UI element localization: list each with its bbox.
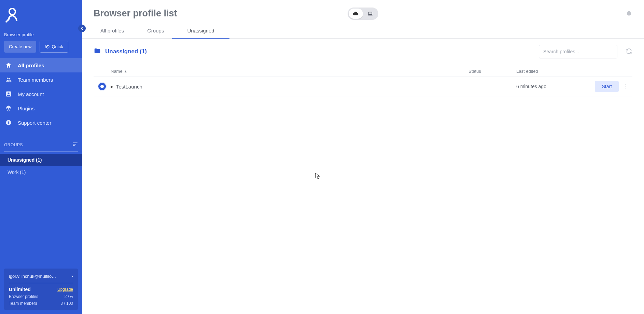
quick-button[interactable]: Quick <box>40 41 68 53</box>
table-header: Name ▲ Status Last edited <box>94 66 632 77</box>
sidebar-item-plugins[interactable]: Plugins <box>0 101 82 115</box>
plan-name: Unlimited <box>9 287 31 292</box>
profiles-table: Name ▲ Status Last edited ▶ TestLaunch <box>94 66 632 96</box>
sidebar-item-label: Plugins <box>18 106 34 111</box>
groups-sort-button[interactable] <box>72 141 78 148</box>
account-icon <box>5 90 12 98</box>
chevron-right-icon: › <box>71 273 73 279</box>
sidebar-section-label: Browser profile <box>0 30 82 41</box>
stat-members-label: Team members <box>9 301 37 306</box>
row-menu-button[interactable]: ⋮ <box>619 83 632 90</box>
sidebar: Browser profile Create new Quick All pro… <box>0 0 82 314</box>
tab-unassigned[interactable]: Unassigned <box>186 25 215 38</box>
sidebar-item-label: My account <box>18 91 44 97</box>
toggle-cloud[interactable] <box>349 9 363 19</box>
sort-asc-icon: ▲ <box>124 69 127 73</box>
sidebar-item-my-account[interactable]: My account <box>0 87 82 101</box>
sidebar-nav: All profiles Team members My account Plu… <box>0 58 82 130</box>
cloud-icon <box>353 11 359 17</box>
folder-heading[interactable]: Unassigned (1) <box>94 47 147 56</box>
column-name[interactable]: Name ▲ <box>111 69 468 74</box>
sidebar-item-label: Team members <box>18 77 53 83</box>
group-item-unassigned[interactable]: Unassigned (1) <box>0 154 82 166</box>
notifications-button[interactable] <box>626 10 632 17</box>
main-content: Browser profile list All profiles Groups… <box>82 0 644 314</box>
sidebar-item-label: Support center <box>18 120 51 126</box>
people-icon <box>5 76 12 83</box>
home-icon <box>5 62 12 69</box>
bell-icon <box>626 10 632 16</box>
refresh-button[interactable] <box>626 48 632 56</box>
column-last-edited[interactable]: Last edited <box>516 69 578 74</box>
column-name-label: Name <box>111 69 123 74</box>
quick-button-label: Quick <box>52 44 63 49</box>
app-logo <box>0 0 82 30</box>
page-title: Browser profile list <box>94 8 177 19</box>
account-email-row[interactable]: igor.vilinchuk@multilo… › <box>9 273 73 279</box>
create-new-button[interactable]: Create new <box>4 41 36 53</box>
profile-avatar[interactable] <box>94 83 111 90</box>
expand-caret-icon: ▶ <box>111 85 113 88</box>
sidebar-item-all-profiles[interactable]: All profiles <box>0 58 82 72</box>
quick-icon <box>45 44 50 49</box>
tab-all-profiles[interactable]: All profiles <box>99 25 125 38</box>
table-row: ▶ TestLaunch 6 minutes ago Start ⋮ <box>94 77 632 96</box>
svg-rect-9 <box>368 12 372 14</box>
svg-point-0 <box>9 9 15 15</box>
storage-toggle <box>348 8 378 20</box>
start-button[interactable]: Start <box>595 81 619 92</box>
stat-profiles-value: 2 / ∞ <box>65 294 73 299</box>
folder-label: Unassigned (1) <box>105 48 147 55</box>
groups-heading: GROUPS <box>4 142 23 147</box>
stat-profiles-label: Browser profiles <box>9 294 38 299</box>
groups-divider <box>4 151 78 152</box>
sidebar-item-team-members[interactable]: Team members <box>0 72 82 87</box>
group-item-work[interactable]: Work (1) <box>0 166 82 178</box>
info-icon <box>5 119 12 126</box>
sidebar-item-support-center[interactable]: Support center <box>0 115 82 130</box>
sidebar-collapse-button[interactable] <box>78 25 86 32</box>
kebab-icon: ⋮ <box>623 83 629 90</box>
account-card: igor.vilinchuk@multilo… › Unlimited Upgr… <box>4 269 78 310</box>
svg-point-3 <box>9 78 10 79</box>
account-divider <box>9 283 73 283</box>
folder-icon <box>94 47 101 56</box>
profile-name-cell[interactable]: ▶ TestLaunch <box>111 84 468 90</box>
layers-icon <box>5 105 12 112</box>
refresh-icon <box>626 48 632 55</box>
svg-point-5 <box>8 93 10 94</box>
sort-icon <box>72 141 78 147</box>
column-status[interactable]: Status <box>468 69 516 74</box>
tabs-bar: All profiles Groups Unassigned <box>82 19 644 39</box>
laptop-icon <box>367 11 373 17</box>
tab-groups[interactable]: Groups <box>146 25 165 38</box>
group-item-label: Work (1) <box>8 169 26 175</box>
chevron-left-icon <box>80 27 84 30</box>
profile-name: TestLaunch <box>116 84 142 90</box>
sidebar-item-label: All profiles <box>18 63 44 68</box>
account-email: igor.vilinchuk@multilo… <box>9 274 56 279</box>
stat-members-value: 3 / 100 <box>60 301 73 306</box>
group-item-label: Unassigned (1) <box>8 157 42 163</box>
search-input[interactable] <box>539 45 617 58</box>
toggle-local[interactable] <box>363 9 377 19</box>
upgrade-link[interactable]: Upgrade <box>57 287 73 292</box>
profile-last-edited: 6 minutes ago <box>516 84 578 89</box>
svg-point-2 <box>7 78 9 79</box>
svg-rect-7 <box>8 122 9 124</box>
svg-rect-8 <box>8 121 9 122</box>
